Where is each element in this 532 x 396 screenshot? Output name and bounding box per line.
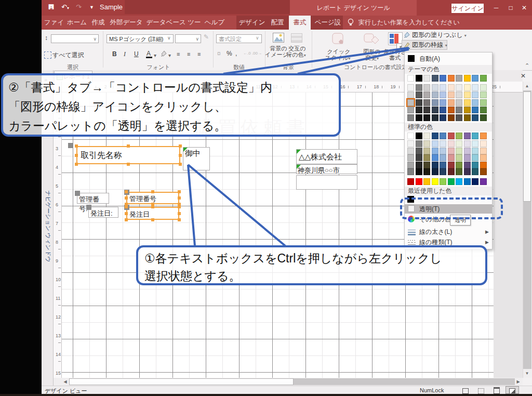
color-swatch[interactable]	[423, 168, 430, 175]
color-swatch[interactable]	[480, 140, 487, 147]
label-hatchu[interactable]: 発注日:	[88, 207, 118, 218]
color-swatch[interactable]	[472, 178, 478, 185]
color-swatch[interactable]	[407, 148, 414, 154]
color-swatch[interactable]	[423, 75, 430, 82]
color-swatch[interactable]	[456, 99, 462, 106]
color-swatch[interactable]	[407, 140, 414, 147]
layout-view-button[interactable]	[490, 387, 503, 393]
move-handle[interactable]	[86, 205, 91, 210]
tab-design[interactable]: デザイン	[238, 16, 266, 30]
align-left-icon[interactable]: ≡	[177, 51, 180, 57]
color-swatch[interactable]	[407, 154, 414, 161]
selection-handle[interactable]	[151, 190, 154, 193]
color-swatch[interactable]	[456, 114, 462, 121]
color-swatch[interactable]	[456, 107, 462, 113]
tab-help[interactable]: ヘルプ	[203, 16, 226, 30]
undo-icon[interactable]: ↶▾	[61, 3, 69, 11]
color-swatch[interactable]	[416, 75, 422, 82]
color-swatch[interactable]	[456, 148, 462, 154]
color-swatch[interactable]	[456, 162, 462, 168]
color-swatch[interactable]	[448, 140, 455, 147]
menu-item-line-thickness[interactable]: 線の太さ(L)▶	[405, 227, 492, 236]
color-swatch[interactable]	[407, 168, 414, 175]
color-swatch[interactable]	[456, 140, 462, 147]
tab-home[interactable]: ホーム	[66, 16, 88, 30]
maximize-button[interactable]: □	[505, 4, 516, 12]
selection-handle[interactable]	[151, 205, 154, 208]
color-swatch[interactable]	[480, 148, 487, 154]
color-swatch[interactable]	[440, 114, 446, 121]
color-swatch[interactable]	[432, 178, 438, 185]
color-swatch[interactable]	[416, 107, 422, 113]
color-swatch[interactable]	[423, 140, 430, 147]
selection-handle[interactable]	[75, 163, 78, 166]
collapse-ribbon-icon[interactable]: ⌃	[525, 62, 529, 69]
color-swatch[interactable]	[472, 99, 478, 106]
color-swatch[interactable]	[416, 133, 422, 139]
color-swatch[interactable]	[407, 91, 414, 98]
switch-order-icon[interactable]: ↕	[45, 34, 48, 42]
font-color-button[interactable]: A	[147, 50, 151, 57]
move-handle[interactable]	[68, 143, 73, 148]
label-address[interactable]: 神奈川県○○市	[296, 164, 357, 174]
selection-handle[interactable]	[75, 154, 78, 157]
color-swatch[interactable]	[432, 107, 438, 113]
color-swatch[interactable]	[448, 154, 455, 161]
tab-arrange[interactable]: 配置	[267, 16, 288, 30]
color-swatch[interactable]	[440, 107, 446, 113]
color-swatch[interactable]	[448, 84, 455, 91]
color-swatch[interactable]	[472, 114, 478, 121]
color-swatch[interactable]	[416, 114, 422, 121]
color-swatch[interactable]	[432, 133, 438, 139]
color-swatch[interactable]	[464, 91, 471, 98]
vertical-scroll-thumb[interactable]	[523, 91, 531, 202]
color-swatch[interactable]	[440, 148, 446, 154]
color-swatch[interactable]	[464, 162, 471, 168]
tab-file[interactable]: ファイル	[43, 16, 65, 30]
textbox-empty[interactable]	[296, 175, 357, 190]
color-swatch[interactable]	[423, 133, 430, 139]
color-swatch[interactable]	[480, 168, 487, 175]
font-color-caret[interactable]: ▾	[154, 52, 156, 58]
selection-handle[interactable]	[125, 196, 128, 200]
close-button[interactable]: ✕	[518, 4, 530, 12]
color-swatch[interactable]	[423, 162, 430, 168]
color-swatch[interactable]	[456, 168, 462, 175]
color-swatch[interactable]	[432, 75, 438, 82]
color-swatch[interactable]	[448, 133, 455, 139]
color-swatch[interactable]	[432, 84, 438, 91]
move-handle[interactable]	[75, 191, 80, 196]
color-swatch[interactable]	[472, 140, 478, 147]
color-swatch[interactable]	[416, 99, 422, 106]
tab-page-setup[interactable]: ページ設定	[312, 16, 344, 30]
color-swatch[interactable]	[432, 99, 438, 106]
color-swatch[interactable]	[472, 162, 478, 168]
color-swatch[interactable]	[432, 114, 438, 121]
color-swatch[interactable]	[464, 148, 471, 154]
selection-handle[interactable]	[178, 218, 181, 221]
color-swatch[interactable]	[448, 114, 455, 121]
selection-handle[interactable]	[127, 163, 130, 166]
italic-button[interactable]: I	[124, 50, 126, 58]
color-swatch[interactable]	[464, 140, 471, 147]
color-swatch[interactable]	[480, 178, 487, 185]
color-swatch[interactable]	[480, 75, 487, 82]
underline-button[interactable]: U	[134, 50, 139, 58]
tab-format[interactable]: 書式	[289, 16, 311, 30]
color-swatch[interactable]	[423, 148, 430, 154]
color-swatch[interactable]	[472, 107, 478, 113]
color-swatch[interactable]	[432, 168, 438, 175]
color-swatch[interactable]	[456, 75, 462, 82]
color-swatch[interactable]	[416, 84, 422, 91]
selection-handle[interactable]	[178, 190, 181, 193]
color-swatch[interactable]	[464, 178, 471, 185]
color-swatch[interactable]	[423, 114, 430, 121]
textbox-torihikisaki[interactable]: 取引先名称	[76, 146, 180, 164]
color-swatch[interactable]	[472, 154, 478, 161]
shape-fill-button[interactable]: 図形の塗りつぶし ▾	[412, 30, 467, 40]
color-swatch[interactable]	[416, 162, 422, 168]
color-swatch[interactable]	[440, 140, 446, 147]
minimize-button[interactable]: ─	[490, 4, 502, 12]
scroll-left-icon[interactable]: ◀	[61, 378, 70, 386]
selection-handle[interactable]	[125, 218, 128, 221]
